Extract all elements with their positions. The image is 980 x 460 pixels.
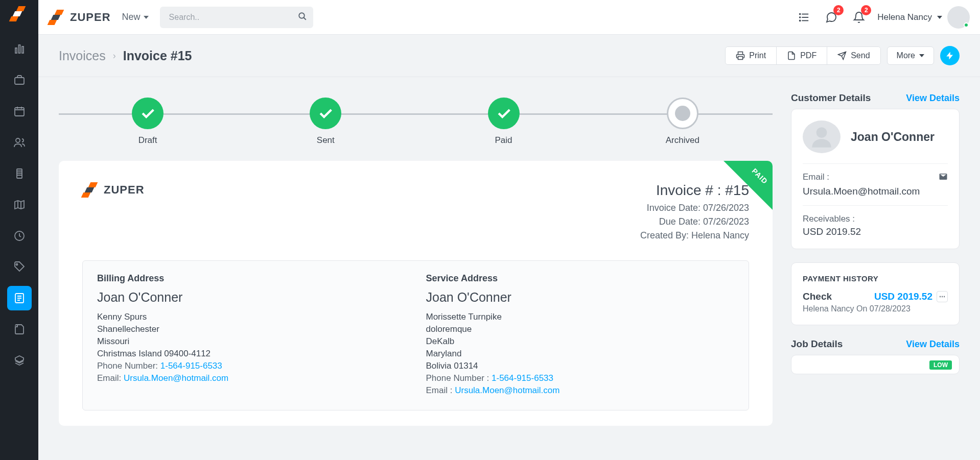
billing-address: Billing Address Joan O'Conner Kenny Spur…	[97, 273, 406, 398]
service-line2: doloremque	[426, 324, 735, 334]
caret-down-icon	[937, 16, 942, 19]
user-menu[interactable]: Helena Nancy	[877, 6, 970, 29]
step-paid: Paid	[488, 98, 520, 146]
svg-point-13	[799, 16, 801, 18]
pdf-button[interactable]: PDF	[777, 47, 827, 64]
paid-ribbon	[724, 161, 773, 210]
search-input[interactable]	[160, 7, 313, 28]
svg-point-10	[299, 13, 305, 18]
step-draft: Draft	[132, 98, 164, 146]
bell-icon[interactable]: 2	[850, 8, 868, 27]
sidebar-item-customers[interactable]	[7, 130, 32, 155]
billing-email: Email: Ursula.Moen@hotmail.com	[97, 373, 406, 383]
bolt-button[interactable]	[940, 46, 960, 65]
invoice-due: Due Date: 07/26/2023	[640, 216, 749, 227]
sidebar-item-calendar[interactable]	[7, 99, 32, 124]
svg-point-11	[799, 13, 801, 15]
svg-rect-1	[18, 45, 20, 53]
service-address: Service Address Joan O'Conner Morissette…	[426, 273, 735, 398]
service-phone: Phone Number : 1-564-915-6533	[426, 373, 735, 383]
address-box: Billing Address Joan O'Conner Kenny Spur…	[82, 260, 749, 410]
svg-rect-0	[15, 48, 17, 53]
sidebar-item-jobs[interactable]	[7, 68, 32, 92]
sidebar-logo[interactable]	[10, 6, 29, 21]
service-line3: DeKalb	[426, 336, 735, 347]
step-sent: Sent	[310, 98, 341, 146]
svg-point-18	[816, 127, 827, 138]
check-icon	[310, 98, 341, 129]
step-label: Sent	[317, 135, 335, 146]
sidebar-item-documents[interactable]	[7, 317, 32, 342]
chevron-right-icon: ›	[113, 51, 116, 61]
service-line4: Maryland	[426, 349, 735, 359]
svg-rect-4	[15, 108, 24, 116]
new-label: New	[122, 12, 141, 22]
chat-icon[interactable]: 2	[822, 8, 841, 27]
brand-name: ZUPER	[70, 11, 111, 24]
breadcrumb: Invoices › Invoice #15	[59, 49, 192, 63]
caret-down-icon	[919, 54, 924, 57]
avatar	[947, 6, 970, 29]
online-dot	[964, 22, 969, 28]
service-name: Joan O'Conner	[426, 290, 735, 305]
print-label: Print	[749, 51, 766, 60]
user-name: Helena Nancy	[877, 12, 932, 22]
service-email: Email : Ursula.Moen@hotmail.com	[426, 385, 735, 396]
svg-rect-2	[22, 46, 24, 53]
topbar: ZUPER New 2 2	[38, 0, 980, 35]
job-view-details-link[interactable]: View Details	[906, 339, 960, 350]
step-label: Paid	[495, 135, 512, 146]
more-button[interactable]: More	[887, 46, 934, 65]
service-line5: Bolivia 01314	[426, 361, 735, 371]
sidebar-item-assets[interactable]	[7, 161, 32, 186]
print-button[interactable]: Print	[726, 47, 777, 64]
payment-amount: USD 2019.52	[874, 291, 932, 302]
sidebar-item-map[interactable]	[7, 192, 32, 217]
job-details-title: Job Details	[791, 338, 843, 350]
kebab-menu[interactable]: ⋯	[937, 291, 948, 302]
send-button[interactable]: Send	[827, 47, 880, 64]
brand-logo[interactable]: ZUPER	[49, 10, 111, 25]
page-header: Invoices › Invoice #15 Print PDF Send	[38, 35, 980, 77]
breadcrumb-parent[interactable]: Invoices	[59, 49, 106, 63]
payment-history-card: PAYMENT HISTORY Check USD 2019.52 ⋯ Hele…	[791, 262, 960, 325]
billing-line1: Kenny Spurs	[97, 312, 406, 322]
more-label: More	[897, 51, 915, 60]
search-icon[interactable]	[298, 12, 307, 23]
sidebar-item-pricetag[interactable]	[7, 255, 32, 279]
chat-badge: 2	[833, 5, 844, 15]
payment-history-title: PAYMENT HISTORY	[803, 274, 948, 283]
step-label: Draft	[138, 135, 157, 146]
notification-badge: 2	[861, 5, 871, 15]
customer-view-details-link[interactable]: View Details	[906, 93, 960, 104]
sidebar-item-inventory[interactable]	[7, 348, 32, 373]
customer-name: Joan O'Conner	[851, 130, 935, 144]
svg-point-8	[16, 264, 17, 265]
pending-circle-icon	[667, 98, 698, 129]
customer-email-label: Email :	[803, 172, 829, 184]
billing-line4: Christmas Island 09400-4112	[97, 349, 406, 359]
svg-rect-14	[802, 17, 809, 18]
service-line1: Morissette Turnpike	[426, 312, 735, 322]
billing-line2: Shanellechester	[97, 324, 406, 334]
status-stepper: Draft Sent	[59, 98, 773, 146]
billing-title: Billing Address	[97, 273, 406, 284]
step-archived: Archived	[666, 98, 699, 146]
check-icon	[488, 98, 520, 129]
sidebar-item-invoices[interactable]	[7, 286, 32, 310]
receivables-value: USD 2019.52	[803, 226, 948, 237]
invoice-brand: ZUPER	[104, 183, 145, 197]
step-label: Archived	[666, 135, 699, 146]
job-details-card: LOW	[791, 355, 960, 374]
envelope-icon[interactable]	[939, 172, 948, 184]
customer-avatar	[803, 120, 841, 153]
sidebar-item-timesheet[interactable]	[7, 224, 32, 248]
sidebar-item-dashboard[interactable]	[7, 37, 32, 61]
list-view-icon[interactable]	[795, 8, 813, 27]
page-title: Invoice #15	[123, 49, 192, 63]
customer-details-title: Customer Details	[791, 92, 871, 104]
sidebar	[0, 0, 38, 460]
new-dropdown[interactable]: New	[120, 9, 151, 26]
receivables-label: Receivables :	[803, 214, 855, 224]
invoice-logo: ZUPER	[82, 182, 145, 198]
